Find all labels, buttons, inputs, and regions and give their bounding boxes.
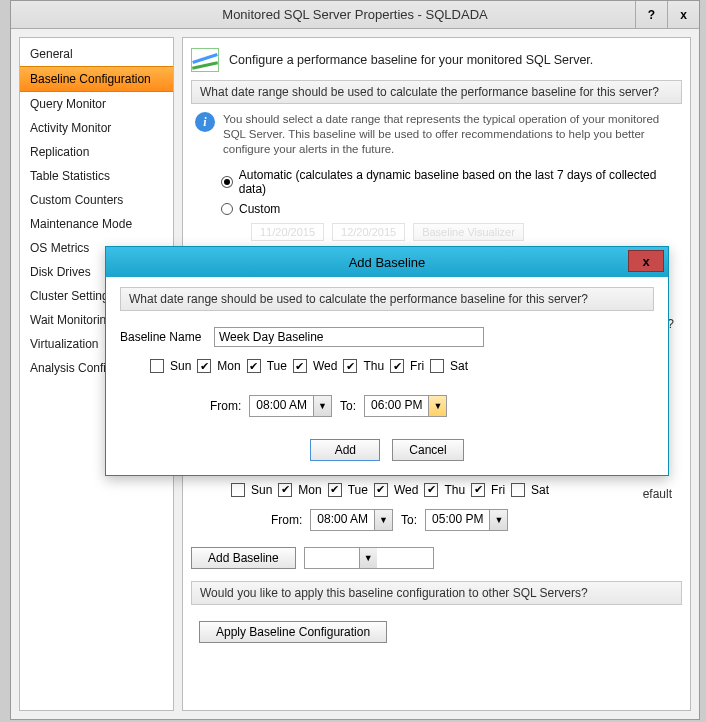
dialog-titlebar: Add Baseline x <box>106 247 668 277</box>
sidebar-item-general[interactable]: General <box>20 42 173 66</box>
section-date-range: What date range should be used to calcul… <box>191 80 682 104</box>
radio-custom[interactable]: Custom <box>191 199 682 219</box>
sidebar-item-query-monitor[interactable]: Query Monitor <box>20 92 173 116</box>
info-row: i You should select a date range that re… <box>191 110 682 165</box>
lower-day-fri[interactable] <box>471 483 485 497</box>
lower-to-time[interactable]: 05:00 PM ▼ <box>425 509 508 531</box>
radio-automatic[interactable]: Automatic (calculates a dynamic baseline… <box>191 165 682 199</box>
radio-custom-label: Custom <box>239 202 280 216</box>
lower-time-row: From: 08:00 AM ▼ To: 05:00 PM ▼ <box>191 501 682 543</box>
add-baseline-select-value <box>305 548 359 568</box>
lower-from-time[interactable]: 08:00 AM ▼ <box>310 509 393 531</box>
info-text: You should select a date range that repr… <box>223 112 678 157</box>
close-icon: x <box>642 254 649 269</box>
dialog-cancel-button[interactable]: Cancel <box>392 439 463 461</box>
dialog-from-label: From: <box>210 399 241 413</box>
radio-dot-icon <box>221 176 233 188</box>
dialog-day-tue-label: Tue <box>267 359 287 373</box>
lower-day-mon[interactable] <box>278 483 292 497</box>
window-title: Monitored SQL Server Properties - SQLDAD… <box>11 7 699 22</box>
apply-baseline-configuration-button[interactable]: Apply Baseline Configuration <box>199 621 387 643</box>
dialog-buttons: Add Cancel <box>120 435 654 461</box>
content-lower: Baseline Name Sun Mon Tue Wed Thu Fri Sa… <box>191 451 682 643</box>
lower-day-wed[interactable] <box>374 483 388 497</box>
chart-icon <box>191 48 219 72</box>
date-to-disabled: 12/20/2015 <box>332 223 405 241</box>
chevron-down-icon: ▼ <box>359 548 377 568</box>
dialog-day-tue[interactable] <box>247 359 261 373</box>
dialog-title: Add Baseline <box>349 255 426 270</box>
lower-day-tue-label: Tue <box>348 483 368 497</box>
lower-day-sun[interactable] <box>231 483 245 497</box>
content-heading: Configure a performance baseline for you… <box>229 53 593 67</box>
date-from-disabled: 11/20/2015 <box>251 223 324 241</box>
content-header: Configure a performance baseline for you… <box>191 44 682 80</box>
dialog-day-wed[interactable] <box>293 359 307 373</box>
dialog-day-wed-label: Wed <box>313 359 337 373</box>
dialog-day-thu[interactable] <box>343 359 357 373</box>
lower-day-wed-label: Wed <box>394 483 418 497</box>
add-baseline-select[interactable]: ▼ <box>304 547 434 569</box>
dialog-section: What date range should be used to calcul… <box>120 287 654 311</box>
dialog-to-time[interactable]: 06:00 PM ▼ <box>364 395 447 417</box>
dialog-name-label: Baseline Name <box>120 330 206 344</box>
radio-empty-icon <box>221 203 233 215</box>
dialog-name-input[interactable] <box>214 327 484 347</box>
close-button[interactable]: x <box>667 1 699 28</box>
dialog-from-time[interactable]: 08:00 AM ▼ <box>249 395 332 417</box>
dialog-name-row: Baseline Name <box>120 321 654 353</box>
dialog-to-label: To: <box>340 399 356 413</box>
help-button[interactable]: ? <box>635 1 667 28</box>
dialog-close-button[interactable]: x <box>628 250 664 272</box>
dialog-to-time-value: 06:00 PM <box>365 396 428 416</box>
section-apply: Would you like to apply this baseline co… <box>191 581 682 605</box>
dialog-add-button[interactable]: Add <box>310 439 380 461</box>
sidebar-item-replication[interactable]: Replication <box>20 140 173 164</box>
sidebar-item-baseline-configuration[interactable]: Baseline Configuration <box>20 66 173 92</box>
lower-to-time-value: 05:00 PM <box>426 510 489 530</box>
sidebar-item-custom-counters[interactable]: Custom Counters <box>20 188 173 212</box>
lower-day-fri-label: Fri <box>491 483 505 497</box>
disabled-date-row: 11/20/2015 12/20/2015 Baseline Visualize… <box>191 219 682 241</box>
lower-day-tue[interactable] <box>328 483 342 497</box>
lower-day-sat-label: Sat <box>531 483 549 497</box>
radio-automatic-label: Automatic (calculates a dynamic baseline… <box>239 168 676 196</box>
lower-from-time-value: 08:00 AM <box>311 510 374 530</box>
dialog-day-sat-label: Sat <box>450 359 468 373</box>
baseline-visualizer-button: Baseline Visualizer <box>413 223 524 241</box>
dialog-day-sun[interactable] <box>150 359 164 373</box>
lower-day-sun-label: Sun <box>251 483 272 497</box>
dialog-day-sat[interactable] <box>430 359 444 373</box>
chevron-down-icon: ▼ <box>313 396 331 416</box>
dialog-time-row: From: 08:00 AM ▼ To: 06:00 PM ▼ <box>120 379 654 435</box>
dialog-body: What date range should be used to calcul… <box>106 277 668 475</box>
dialog-day-mon-label: Mon <box>217 359 240 373</box>
dialog-day-fri-label: Fri <box>410 359 424 373</box>
add-baseline-button[interactable]: Add Baseline <box>191 547 296 569</box>
lower-to-label: To: <box>401 513 417 527</box>
dialog-days-row: Sun Mon Tue Wed Thu Fri Sat <box>120 353 654 379</box>
lower-day-thu-label: Thu <box>444 483 465 497</box>
titlebar: Monitored SQL Server Properties - SQLDAD… <box>11 1 699 29</box>
sidebar-item-activity-monitor[interactable]: Activity Monitor <box>20 116 173 140</box>
sidebar-item-table-statistics[interactable]: Table Statistics <box>20 164 173 188</box>
window-buttons: ? x <box>635 1 699 28</box>
lower-day-sat[interactable] <box>511 483 525 497</box>
dialog-day-fri[interactable] <box>390 359 404 373</box>
lower-days-row: Sun Mon Tue Wed Thu Fri Sat <box>191 479 682 501</box>
lower-day-thu[interactable] <box>424 483 438 497</box>
sidebar-item-maintenance-mode[interactable]: Maintenance Mode <box>20 212 173 236</box>
chevron-down-icon: ▼ <box>374 510 392 530</box>
dialog-day-sun-label: Sun <box>170 359 191 373</box>
dialog-day-thu-label: Thu <box>363 359 384 373</box>
lower-day-mon-label: Mon <box>298 483 321 497</box>
dialog-from-time-value: 08:00 AM <box>250 396 313 416</box>
chevron-down-icon: ▼ <box>489 510 507 530</box>
info-icon: i <box>195 112 215 132</box>
add-baseline-dialog: Add Baseline x What date range should be… <box>105 246 669 476</box>
peek-default-suffix: efault <box>643 487 672 501</box>
lower-from-label: From: <box>271 513 302 527</box>
dialog-day-mon[interactable] <box>197 359 211 373</box>
chevron-down-icon: ▼ <box>428 396 446 416</box>
